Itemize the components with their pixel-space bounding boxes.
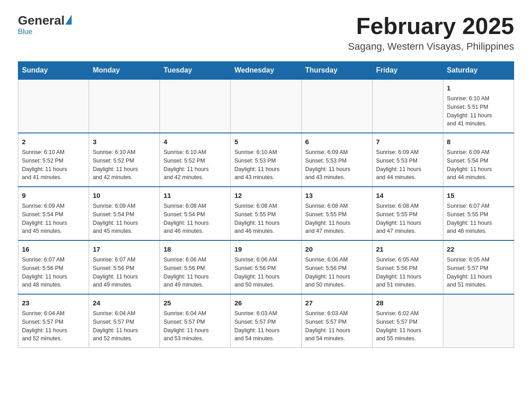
calendar-cell: 21Sunrise: 6:05 AM Sunset: 5:56 PM Dayli… bbox=[372, 240, 443, 294]
title-block: February 2025 Sagang, Western Visayas, P… bbox=[348, 13, 514, 52]
day-number: 24 bbox=[93, 298, 156, 308]
day-number: 7 bbox=[376, 137, 439, 146]
day-info: Sunrise: 6:09 AM Sunset: 5:54 PM Dayligh… bbox=[447, 148, 510, 182]
calendar-cell bbox=[372, 79, 443, 133]
day-info: Sunrise: 6:06 AM Sunset: 5:56 PM Dayligh… bbox=[234, 256, 297, 289]
day-number: 21 bbox=[376, 244, 439, 254]
logo-blue-text: Blue bbox=[18, 28, 32, 36]
day-number: 6 bbox=[305, 137, 369, 146]
calendar-cell: 17Sunrise: 6:07 AM Sunset: 5:56 PM Dayli… bbox=[89, 240, 160, 294]
day-info: Sunrise: 6:07 AM Sunset: 5:56 PM Dayligh… bbox=[93, 256, 156, 289]
calendar-week-row: 9Sunrise: 6:09 AM Sunset: 5:54 PM Daylig… bbox=[18, 187, 514, 240]
calendar-cell bbox=[443, 294, 514, 348]
weekday-header-tuesday: Tuesday bbox=[160, 62, 231, 80]
day-number: 8 bbox=[447, 137, 510, 146]
weekday-header-thursday: Thursday bbox=[301, 62, 372, 80]
calendar-cell: 4Sunrise: 6:10 AM Sunset: 5:52 PM Daylig… bbox=[160, 133, 231, 187]
day-info: Sunrise: 6:07 AM Sunset: 5:56 PM Dayligh… bbox=[22, 256, 85, 289]
calendar-cell: 24Sunrise: 6:04 AM Sunset: 5:57 PM Dayli… bbox=[89, 294, 160, 348]
day-info: Sunrise: 6:04 AM Sunset: 5:57 PM Dayligh… bbox=[93, 309, 156, 343]
day-number: 25 bbox=[163, 298, 227, 308]
day-info: Sunrise: 6:09 AM Sunset: 5:53 PM Dayligh… bbox=[305, 148, 369, 182]
calendar-cell: 25Sunrise: 6:04 AM Sunset: 5:57 PM Dayli… bbox=[160, 294, 231, 348]
calendar-body: 1Sunrise: 6:10 AM Sunset: 5:51 PM Daylig… bbox=[18, 79, 514, 348]
day-info: Sunrise: 6:04 AM Sunset: 5:57 PM Dayligh… bbox=[163, 309, 227, 343]
day-info: Sunrise: 6:08 AM Sunset: 5:54 PM Dayligh… bbox=[163, 202, 227, 235]
day-number: 5 bbox=[234, 137, 297, 146]
day-number: 23 bbox=[22, 298, 85, 308]
day-info: Sunrise: 6:09 AM Sunset: 5:54 PM Dayligh… bbox=[22, 202, 85, 235]
day-info: Sunrise: 6:10 AM Sunset: 5:52 PM Dayligh… bbox=[93, 148, 156, 182]
day-number: 2 bbox=[22, 137, 85, 146]
day-info: Sunrise: 6:10 AM Sunset: 5:51 PM Dayligh… bbox=[447, 94, 510, 128]
day-number: 15 bbox=[447, 191, 510, 200]
calendar-cell bbox=[89, 79, 160, 133]
day-number: 26 bbox=[234, 298, 297, 308]
weekday-header-wednesday: Wednesday bbox=[231, 62, 301, 80]
calendar-table: SundayMondayTuesdayWednesdayThursdayFrid… bbox=[18, 61, 514, 348]
day-info: Sunrise: 6:06 AM Sunset: 5:56 PM Dayligh… bbox=[163, 256, 227, 289]
calendar-cell bbox=[231, 79, 301, 133]
day-info: Sunrise: 6:08 AM Sunset: 5:55 PM Dayligh… bbox=[234, 202, 297, 235]
day-number: 10 bbox=[93, 191, 156, 200]
logo-general-text: General bbox=[18, 13, 64, 28]
calendar-cell bbox=[301, 79, 372, 133]
weekday-header-sunday: Sunday bbox=[18, 62, 89, 80]
weekday-header-friday: Friday bbox=[372, 62, 443, 80]
calendar-cell: 16Sunrise: 6:07 AM Sunset: 5:56 PM Dayli… bbox=[18, 240, 89, 294]
day-number: 16 bbox=[22, 244, 85, 254]
weekday-header-monday: Monday bbox=[89, 62, 160, 80]
calendar-cell: 5Sunrise: 6:10 AM Sunset: 5:53 PM Daylig… bbox=[231, 133, 301, 187]
calendar-cell: 3Sunrise: 6:10 AM Sunset: 5:52 PM Daylig… bbox=[89, 133, 160, 187]
day-info: Sunrise: 6:10 AM Sunset: 5:52 PM Dayligh… bbox=[163, 148, 227, 182]
calendar-cell: 7Sunrise: 6:09 AM Sunset: 5:53 PM Daylig… bbox=[372, 133, 443, 187]
weekday-header-saturday: Saturday bbox=[443, 62, 514, 80]
calendar-cell: 10Sunrise: 6:09 AM Sunset: 5:54 PM Dayli… bbox=[89, 187, 160, 240]
day-info: Sunrise: 6:02 AM Sunset: 5:57 PM Dayligh… bbox=[376, 309, 439, 343]
day-info: Sunrise: 6:06 AM Sunset: 5:56 PM Dayligh… bbox=[305, 256, 369, 289]
day-info: Sunrise: 6:09 AM Sunset: 5:53 PM Dayligh… bbox=[376, 148, 439, 182]
day-number: 18 bbox=[163, 244, 227, 254]
calendar-week-row: 1Sunrise: 6:10 AM Sunset: 5:51 PM Daylig… bbox=[18, 79, 514, 133]
day-number: 13 bbox=[305, 191, 369, 200]
calendar-header: SundayMondayTuesdayWednesdayThursdayFrid… bbox=[18, 62, 514, 80]
calendar-cell: 26Sunrise: 6:03 AM Sunset: 5:57 PM Dayli… bbox=[231, 294, 301, 348]
day-number: 22 bbox=[447, 244, 510, 254]
calendar-cell: 18Sunrise: 6:06 AM Sunset: 5:56 PM Dayli… bbox=[160, 240, 231, 294]
day-info: Sunrise: 6:03 AM Sunset: 5:57 PM Dayligh… bbox=[234, 309, 297, 343]
weekday-header-row: SundayMondayTuesdayWednesdayThursdayFrid… bbox=[18, 62, 514, 80]
day-info: Sunrise: 6:09 AM Sunset: 5:54 PM Dayligh… bbox=[93, 202, 156, 235]
day-info: Sunrise: 6:03 AM Sunset: 5:57 PM Dayligh… bbox=[305, 309, 369, 343]
calendar-week-row: 2Sunrise: 6:10 AM Sunset: 5:52 PM Daylig… bbox=[18, 133, 514, 187]
calendar-cell: 15Sunrise: 6:07 AM Sunset: 5:55 PM Dayli… bbox=[443, 187, 514, 240]
day-info: Sunrise: 6:10 AM Sunset: 5:52 PM Dayligh… bbox=[22, 148, 85, 182]
day-number: 3 bbox=[93, 137, 156, 146]
day-number: 9 bbox=[22, 191, 85, 200]
calendar-cell: 1Sunrise: 6:10 AM Sunset: 5:51 PM Daylig… bbox=[443, 79, 514, 133]
day-number: 12 bbox=[234, 191, 297, 200]
day-number: 17 bbox=[93, 244, 156, 254]
day-info: Sunrise: 6:04 AM Sunset: 5:57 PM Dayligh… bbox=[22, 309, 85, 343]
day-number: 19 bbox=[234, 244, 297, 254]
day-number: 1 bbox=[447, 83, 510, 93]
day-info: Sunrise: 6:10 AM Sunset: 5:53 PM Dayligh… bbox=[234, 148, 297, 182]
day-info: Sunrise: 6:07 AM Sunset: 5:55 PM Dayligh… bbox=[447, 202, 510, 235]
calendar-cell: 27Sunrise: 6:03 AM Sunset: 5:57 PM Dayli… bbox=[301, 294, 372, 348]
day-info: Sunrise: 6:08 AM Sunset: 5:55 PM Dayligh… bbox=[305, 202, 369, 235]
calendar-cell bbox=[160, 79, 231, 133]
day-number: 27 bbox=[305, 298, 369, 308]
day-info: Sunrise: 6:05 AM Sunset: 5:57 PM Dayligh… bbox=[447, 256, 510, 289]
day-info: Sunrise: 6:05 AM Sunset: 5:56 PM Dayligh… bbox=[376, 256, 439, 289]
calendar-cell: 22Sunrise: 6:05 AM Sunset: 5:57 PM Dayli… bbox=[443, 240, 514, 294]
month-title: February 2025 bbox=[348, 13, 514, 39]
page-header: General Blue February 2025 Sagang, Weste… bbox=[18, 13, 514, 52]
calendar-cell: 23Sunrise: 6:04 AM Sunset: 5:57 PM Dayli… bbox=[18, 294, 89, 348]
day-number: 4 bbox=[163, 137, 227, 146]
day-number: 14 bbox=[376, 191, 439, 200]
calendar-cell: 6Sunrise: 6:09 AM Sunset: 5:53 PM Daylig… bbox=[301, 133, 372, 187]
location-subtitle: Sagang, Western Visayas, Philippines bbox=[348, 41, 514, 52]
logo-triangle-icon bbox=[65, 15, 72, 25]
calendar-cell: 13Sunrise: 6:08 AM Sunset: 5:55 PM Dayli… bbox=[301, 187, 372, 240]
calendar-cell: 9Sunrise: 6:09 AM Sunset: 5:54 PM Daylig… bbox=[18, 187, 89, 240]
calendar-cell bbox=[18, 79, 89, 133]
